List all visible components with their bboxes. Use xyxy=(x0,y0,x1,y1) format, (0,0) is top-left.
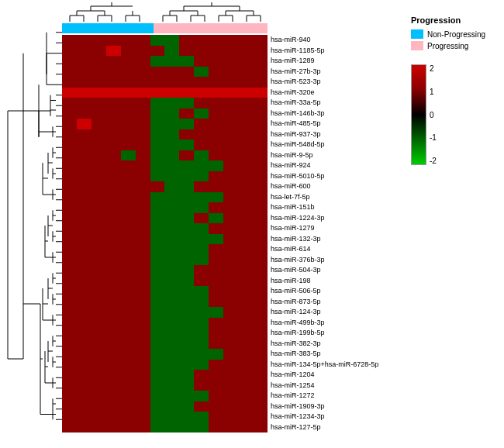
heatmap-cell xyxy=(150,265,165,276)
heatmap-cell xyxy=(164,349,179,360)
heatmap-cell xyxy=(77,129,91,140)
heatmap-cell xyxy=(91,401,106,412)
heatmap-cell xyxy=(121,192,136,203)
heatmap-cell xyxy=(121,265,136,276)
heatmap-cell xyxy=(121,255,136,266)
heatmap-cell xyxy=(223,328,238,339)
heatmap-cell xyxy=(136,360,150,370)
heatmap-cell xyxy=(62,213,77,224)
heatmap-cell xyxy=(150,297,165,308)
heatmap-cell xyxy=(77,213,91,224)
heatmap-cell xyxy=(238,46,253,57)
heatmap-cell xyxy=(77,171,91,182)
heatmap-cell xyxy=(238,67,253,78)
heatmap-cell xyxy=(91,109,106,119)
heatmap-cell xyxy=(164,35,179,46)
heatmap-row xyxy=(62,119,268,129)
heatmap-cell xyxy=(150,119,165,129)
heatmap-cell xyxy=(136,35,150,46)
heatmap-cell xyxy=(77,328,91,339)
heatmap-cell xyxy=(238,98,253,109)
heatmap-cell xyxy=(194,213,209,224)
heatmap-cell xyxy=(238,422,253,433)
heatmap-cell xyxy=(62,88,77,98)
heatmap-cell xyxy=(121,160,136,171)
heatmap-cell xyxy=(77,150,91,161)
heatmap-cell xyxy=(223,422,238,433)
gene-label: hsa-miR-1254 xyxy=(271,381,378,391)
heatmap-cell xyxy=(136,286,150,297)
heatmap-cell xyxy=(121,401,136,412)
heatmap-cell xyxy=(77,98,91,109)
heatmap-cell xyxy=(223,119,238,129)
heatmap-cell xyxy=(62,318,77,329)
heatmap-cell xyxy=(223,109,238,119)
heatmap-cell xyxy=(164,160,179,171)
gene-labels: hsa-miR-940hsa-miR-1185-5phsa-miR-1289hs… xyxy=(268,35,378,432)
heatmap-cell xyxy=(164,412,179,422)
heatmap-cell xyxy=(121,88,136,98)
heatmap-cell xyxy=(106,192,121,203)
heatmap-cell xyxy=(136,370,150,381)
heatmap-cell xyxy=(106,412,121,422)
heatmap-cell xyxy=(164,150,179,161)
heatmap-cell xyxy=(136,150,150,161)
heatmap-cell xyxy=(106,234,121,245)
legend-item-progressing: Progressing xyxy=(411,41,496,50)
heatmap-cell xyxy=(209,140,223,150)
heatmap-row xyxy=(62,109,268,119)
heatmap-cell xyxy=(194,171,209,182)
heatmap-cell xyxy=(179,119,194,129)
heatmap-cell xyxy=(223,160,238,171)
heatmap-cell xyxy=(121,213,136,224)
gene-label: hsa-miR-924 xyxy=(271,160,378,171)
heatmap-cell xyxy=(223,35,238,46)
heatmap-cell xyxy=(194,328,209,339)
heatmap-cell xyxy=(238,349,253,360)
heatmap-cell xyxy=(62,328,77,339)
heatmap-cell xyxy=(223,140,238,150)
gene-label: hsa-miR-151b xyxy=(271,202,378,213)
heatmap-cell xyxy=(106,160,121,171)
heatmap-cell xyxy=(121,339,136,350)
top-dendrogram xyxy=(62,0,268,23)
heatmap-cell xyxy=(121,422,136,433)
heatmap-cell xyxy=(136,265,150,276)
heatmap-cell xyxy=(194,129,209,140)
heatmap-cell xyxy=(136,339,150,350)
heatmap-row xyxy=(62,276,268,287)
heatmap-cell xyxy=(223,192,238,203)
heatmap-cell xyxy=(62,181,77,192)
heatmap-cell xyxy=(223,181,238,192)
heatmap-cell xyxy=(238,109,253,119)
gene-label: hsa-miR-132-3p xyxy=(271,234,378,245)
gene-label: hsa-miR-1279 xyxy=(271,223,378,234)
heatmap-cell xyxy=(164,77,179,88)
heatmap-cell xyxy=(77,297,91,308)
heatmap-cell xyxy=(209,265,223,276)
non-progressing-bar xyxy=(62,23,154,33)
heatmap-cell xyxy=(238,181,253,192)
heatmap-cell xyxy=(179,67,194,78)
heatmap-cell xyxy=(209,213,223,224)
heatmap-cell xyxy=(209,234,223,245)
heatmap-cell xyxy=(253,328,268,339)
heatmap-cell xyxy=(77,307,91,318)
heatmap-cell xyxy=(223,307,238,318)
heatmap-cell xyxy=(121,234,136,245)
heatmap-cell xyxy=(238,140,253,150)
heatmap-cell xyxy=(179,391,194,401)
legend-box-cyan xyxy=(411,29,423,39)
heatmap-cell xyxy=(62,339,77,350)
heatmap-cell xyxy=(179,88,194,98)
heatmap-cell xyxy=(164,297,179,308)
heatmap-cell xyxy=(179,202,194,213)
heatmap-cell xyxy=(106,297,121,308)
heatmap-cell xyxy=(238,202,253,213)
heatmap-cell xyxy=(106,360,121,370)
heatmap-cell xyxy=(194,318,209,329)
heatmap-cell xyxy=(121,349,136,360)
heatmap-cell xyxy=(194,67,209,78)
heatmap-cell xyxy=(91,276,106,287)
heatmap-cell xyxy=(150,360,165,370)
